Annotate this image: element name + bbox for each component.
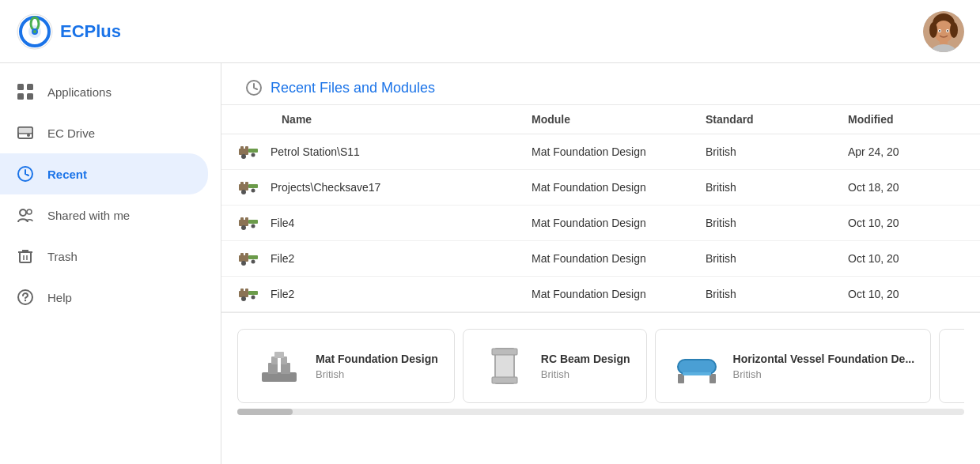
- module-card[interactable]: RC Beam Design British: [463, 329, 647, 403]
- files-table: Name Module Standard Modified: [221, 105, 980, 312]
- module-card[interactable]: Horizontal Vessel Foundation De... Briti…: [655, 329, 931, 403]
- file-icon-cell: [221, 134, 266, 170]
- logo-text: ECPlus: [60, 21, 121, 42]
- sidebar-label-applications: Applications: [47, 85, 112, 99]
- svg-point-62: [252, 296, 255, 300]
- file-type-icon: [237, 176, 259, 198]
- sidebar-item-help[interactable]: Help: [0, 277, 208, 318]
- sidebar-label-recent: Recent: [47, 168, 87, 181]
- module-info: Mat Foundation Design British: [316, 353, 438, 380]
- module-name: Mat Foundation Design: [316, 353, 438, 365]
- module-thumbnail: [254, 341, 305, 391]
- header: ECPlus: [0, 0, 980, 63]
- svg-point-26: [27, 209, 32, 214]
- table-row[interactable]: Projects\Checksave17 Mat Foundation Desi…: [221, 170, 980, 206]
- svg-point-10: [950, 22, 958, 38]
- svg-rect-54: [248, 255, 258, 259]
- svg-rect-19: [17, 93, 24, 100]
- section-title: Recent Files and Modules: [271, 80, 435, 96]
- file-name[interactable]: File4: [266, 206, 519, 241]
- sidebar-item-trash[interactable]: Trash: [0, 236, 208, 277]
- svg-rect-48: [248, 220, 258, 224]
- file-standard: British: [693, 134, 835, 170]
- logo-area: ECPlus: [16, 13, 121, 51]
- file-standard: British: [693, 277, 835, 312]
- trash-icon: [16, 247, 35, 266]
- file-modified: Apr 24, 20: [835, 134, 980, 170]
- svg-point-23: [27, 134, 30, 137]
- section-clock-icon: [245, 79, 263, 96]
- svg-point-49: [241, 225, 246, 230]
- svg-point-37: [241, 154, 246, 159]
- module-name: RC Beam Design: [541, 353, 630, 365]
- svg-rect-33: [239, 149, 248, 155]
- file-standard: British: [693, 241, 835, 277]
- file-modified: Oct 10, 20: [835, 277, 980, 312]
- avatar-image: [923, 11, 964, 52]
- svg-rect-42: [248, 184, 258, 188]
- col-modified-header: Modified: [835, 105, 980, 134]
- svg-rect-22: [18, 127, 32, 134]
- svg-point-44: [252, 189, 255, 193]
- svg-rect-34: [240, 146, 244, 149]
- file-type-icon: [237, 283, 259, 305]
- svg-rect-58: [240, 289, 244, 292]
- table-row[interactable]: File4 Mat Foundation Design British Oct …: [221, 206, 980, 241]
- svg-rect-41: [245, 182, 248, 185]
- svg-rect-70: [492, 349, 517, 355]
- col-module-header: Module: [519, 105, 693, 134]
- file-name[interactable]: Petrol Station\S11: [266, 134, 519, 170]
- main-layout: Applications EC Drive Recent: [0, 63, 980, 464]
- sidebar-item-applications[interactable]: Applications: [0, 71, 208, 112]
- module-card[interactable]: Mat Foundation Design British: [237, 329, 455, 403]
- file-module: Mat Foundation Design: [519, 241, 693, 277]
- sidebar-label-ec-drive: EC Drive: [47, 126, 95, 140]
- file-type-icon: [237, 212, 259, 234]
- user-avatar[interactable]: [923, 11, 964, 52]
- svg-point-25: [20, 209, 26, 216]
- col-name-header: Name: [266, 105, 519, 134]
- svg-rect-39: [239, 184, 248, 191]
- svg-rect-17: [17, 84, 24, 90]
- module-info: Horizontal Vessel Foundation De... Briti…: [733, 353, 914, 380]
- svg-point-38: [252, 153, 255, 157]
- table-row[interactable]: Petrol Station\S11 Mat Foundation Design…: [221, 134, 980, 170]
- grid-icon: [16, 82, 35, 101]
- file-icon-cell: [221, 206, 266, 241]
- file-modified: Oct 10, 20: [835, 206, 980, 241]
- file-module: Mat Foundation Design: [519, 206, 693, 241]
- svg-rect-64: [268, 363, 278, 374]
- svg-point-55: [241, 261, 246, 266]
- people-icon: [16, 206, 35, 224]
- svg-rect-20: [27, 93, 33, 100]
- file-name[interactable]: File2: [266, 277, 519, 312]
- svg-rect-63: [262, 372, 297, 382]
- svg-rect-71: [492, 377, 517, 383]
- recent-clock-icon: [16, 164, 35, 183]
- svg-rect-36: [248, 149, 258, 153]
- file-module: Mat Foundation Design: [519, 134, 693, 170]
- svg-rect-27: [20, 252, 31, 262]
- table-row[interactable]: File2 Mat Foundation Design British Oct …: [221, 241, 980, 277]
- scrollbar-thumb[interactable]: [237, 409, 293, 415]
- table-row[interactable]: File2 Mat Foundation Design British Oct …: [221, 277, 980, 312]
- sidebar-label-shared: Shared with me: [47, 209, 130, 222]
- horizontal-scrollbar[interactable]: [237, 409, 964, 415]
- module-card[interactable]: Masonry Column: [939, 329, 964, 403]
- file-modified: Oct 18, 20: [835, 170, 980, 206]
- file-name[interactable]: Projects\Checksave17: [266, 170, 519, 206]
- modules-section: Mat Foundation Design British RC Beam De…: [221, 312, 980, 411]
- content-area: Recent Files and Modules Name Module Sta…: [221, 63, 980, 464]
- sidebar-item-ec-drive[interactable]: EC Drive: [0, 112, 208, 153]
- file-module: Mat Foundation Design: [519, 170, 693, 206]
- file-type-icon: [237, 141, 259, 163]
- sidebar-item-recent[interactable]: Recent: [0, 153, 208, 194]
- file-modified: Oct 10, 20: [835, 241, 980, 277]
- file-name[interactable]: File2: [266, 241, 519, 277]
- module-thumbnail: [955, 341, 964, 391]
- sidebar-item-shared[interactable]: Shared with me: [0, 194, 208, 236]
- svg-rect-35: [245, 146, 248, 149]
- svg-point-56: [252, 260, 255, 264]
- modules-grid: Mat Foundation Design British RC Beam De…: [237, 329, 964, 403]
- file-icon-cell: [221, 277, 266, 312]
